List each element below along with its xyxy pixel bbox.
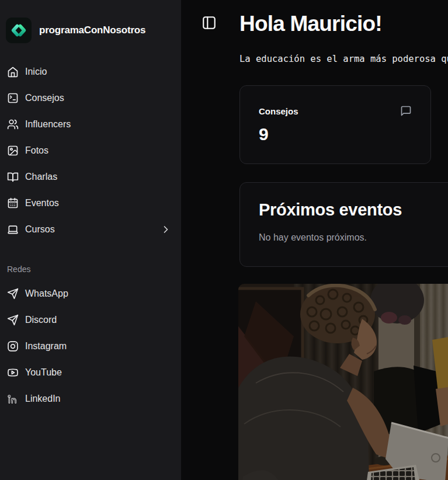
nav-label: Consejos <box>25 93 64 103</box>
app-layout: programaConNosotros Inicio <box>0 0 448 480</box>
users-icon <box>7 119 19 130</box>
nav-label: Cursos <box>25 224 55 235</box>
image-icon <box>7 145 19 156</box>
panel-left-icon <box>202 23 217 32</box>
eventos-card: Próximos eventos No hay eventos próximos… <box>239 182 448 267</box>
redes-section-label: Redes <box>0 265 181 274</box>
chevron-right-icon <box>160 224 172 235</box>
nav-item-charlas[interactable]: Charlas <box>0 164 181 190</box>
nav-item-consejos[interactable]: Consejos <box>0 85 181 111</box>
social-item-whatsapp[interactable]: WhatsApp <box>0 280 181 307</box>
youtube-icon <box>7 367 19 378</box>
instagram-icon <box>7 340 19 352</box>
home-icon <box>7 66 19 78</box>
laptop-icon <box>7 224 19 235</box>
calendar-icon <box>7 197 19 209</box>
consejos-count: 9 <box>259 124 412 144</box>
nav-label: Fotos <box>25 145 48 156</box>
nav-item-eventos[interactable]: Eventos <box>0 190 181 216</box>
eventos-empty-message: No hay eventos próximos. <box>259 232 448 243</box>
app-logo-text: programaConNosotros <box>39 25 145 36</box>
sidebar: programaConNosotros Inicio <box>0 0 181 480</box>
nav-item-inicio[interactable]: Inicio <box>0 58 181 85</box>
nav-label: Eventos <box>25 198 59 208</box>
consejos-card-title: Consejos <box>259 106 298 116</box>
social-label: Instagram <box>25 341 67 352</box>
sidebar-toggle-button[interactable] <box>202 15 217 30</box>
page-title: Hola Mauricio! <box>239 12 382 36</box>
book-open-icon <box>7 171 19 183</box>
social-item-youtube[interactable]: YouTube <box>0 359 181 385</box>
social-nav: WhatsApp Discord Instagram <box>0 280 181 412</box>
social-label: WhatsApp <box>25 288 68 299</box>
social-item-instagram[interactable]: Instagram <box>0 333 181 359</box>
event-photo <box>238 284 448 480</box>
nav-item-fotos[interactable]: Fotos <box>0 137 181 164</box>
nav-item-influencers[interactable]: Influencers <box>0 111 181 137</box>
nav-label: Influencers <box>25 119 71 130</box>
nav-label: Inicio <box>25 67 47 77</box>
quote-text: La educación es el arma más poderosa que… <box>239 54 448 64</box>
send-icon <box>7 314 19 326</box>
eventos-card-title: Próximos eventos <box>259 200 448 220</box>
message-square-icon <box>400 105 412 117</box>
nav-label: Charlas <box>25 172 57 182</box>
event-photo-illustration <box>238 284 448 480</box>
social-label: LinkedIn <box>25 394 61 404</box>
terminal-icon <box>7 92 19 104</box>
linkedin-icon <box>7 393 19 405</box>
social-label: Discord <box>25 315 57 325</box>
nav-item-cursos[interactable]: Cursos <box>0 216 181 242</box>
app-logo-icon <box>6 18 32 43</box>
social-item-linkedin[interactable]: LinkedIn <box>0 385 181 412</box>
consejos-card: Consejos 9 <box>239 85 431 164</box>
main-content: Hola Mauricio! La educación es el arma m… <box>181 0 448 480</box>
social-item-discord[interactable]: Discord <box>0 307 181 333</box>
social-label: YouTube <box>25 367 62 378</box>
send-icon <box>7 288 19 300</box>
main-nav: Inicio Consejos <box>0 58 181 242</box>
logo-link[interactable]: programaConNosotros <box>0 0 181 58</box>
